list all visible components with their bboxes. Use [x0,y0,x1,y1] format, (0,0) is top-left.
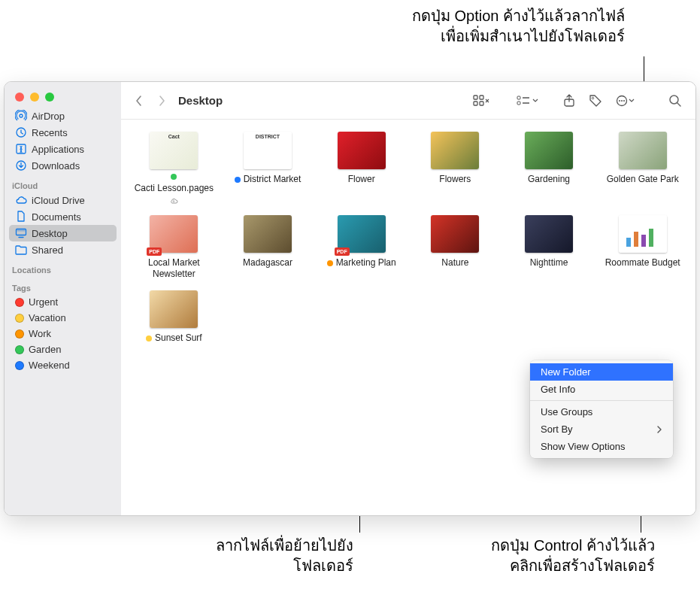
file-thumbnail: DISTRICT [244,132,292,169]
icon-view-button[interactable] [468,92,494,110]
minimize-button[interactable] [30,93,39,102]
context-menu-item-sort-by[interactable]: Sort By [530,420,673,438]
file-tag-dot [146,335,152,342]
tag-dot [15,298,24,307]
context-menu-label: New Folder [541,366,590,378]
share-button[interactable] [559,91,580,111]
svg-point-19 [623,100,625,102]
file-item[interactable]: Golden Gate Park [598,132,686,205]
sidebar-item-label: Garden [29,344,61,355]
callout-top-line2: เพื่อเพิ่มสำเนาไปยังโฟลเดอร์ [412,26,625,47]
file-item[interactable]: Nighttime [505,215,593,280]
sidebar-item-label: Vacation [29,312,66,323]
back-button[interactable] [130,92,148,110]
sidebar-item-icloud-drive[interactable]: iCloud Drive [9,192,117,208]
sidebar-item-garden[interactable]: Garden [9,342,117,357]
doc-icon [15,211,27,223]
sidebar-item-label: Urgent [29,296,58,308]
context-menu-separator [530,400,673,401]
context-menu-item-new-folder[interactable]: New Folder [530,363,673,381]
file-item[interactable]: CactCacti Lesson.pages [130,132,218,205]
content-area[interactable]: CactCacti Lesson.pagesDISTRICTDistrict M… [121,120,695,515]
chevron-right-icon [656,426,662,433]
file-item[interactable]: Roommate Budget [598,215,686,280]
svg-rect-7 [480,96,483,99]
pdf-badge-icon: PDF [147,247,162,256]
file-item[interactable]: DISTRICTDistrict Market [224,132,312,205]
sidebar-item-airdrop[interactable]: AirDrop [9,108,117,124]
pdf-badge-icon: PDF [335,247,350,256]
file-item[interactable]: PDFLocal Market Newsletter [130,215,218,280]
file-label: Flower [348,174,375,185]
file-item[interactable]: Nature [411,215,499,280]
sidebar-item-label: Desktop [32,228,68,239]
shared-icon [15,244,27,256]
downloads-icon [15,159,27,172]
file-label: Marketing Plan [327,257,396,269]
file-item[interactable]: Madagascar [224,215,312,280]
search-button[interactable] [664,91,686,111]
file-name: Flowers [439,174,471,185]
file-label: Nighttime [530,257,568,269]
svg-rect-11 [517,102,520,105]
file-item[interactable]: Gardening [505,132,593,205]
file-name: Sunset Surf [155,332,202,344]
file-name: Cacti Lesson.pages [135,183,214,194]
sidebar-item-desktop[interactable]: Desktop [9,225,117,241]
zoom-button[interactable] [45,93,54,102]
file-tag-dot [235,177,241,183]
file-thumbnail [619,132,667,169]
sidebar-item-urgent[interactable]: Urgent [9,294,117,310]
sidebar-item-label: Weekend [29,360,70,371]
tags-button[interactable] [584,91,607,111]
callout-bl-line1: ลากไฟล์เพื่อย้ายไปยัง [135,536,353,556]
file-name: Nighttime [530,257,568,269]
sidebar-item-vacation[interactable]: Vacation [9,310,117,326]
forward-button[interactable] [153,92,171,110]
svg-rect-6 [474,96,477,99]
close-button[interactable] [15,93,24,102]
file-thumbnail [525,215,573,253]
file-item[interactable]: Sunset Surf [130,290,218,344]
window-controls [5,82,121,108]
file-name: Golden Gate Park [607,174,679,185]
file-thumbnail [150,290,198,328]
apps-icon [15,143,27,155]
thumb-caption: Cact [150,134,198,139]
file-thumbnail [244,215,292,253]
airdrop-icon [15,110,27,122]
file-item[interactable]: Flower [317,132,405,205]
file-thumbnail [431,215,479,253]
file-thumbnail: PDF [338,215,386,253]
file-item[interactable]: PDFMarketing Plan [317,215,405,280]
sidebar-item-weekend[interactable]: Weekend [9,357,117,373]
file-label: Local Market Newsletter [130,257,218,280]
more-button[interactable] [611,92,640,110]
recents-icon [15,126,27,138]
svg-point-15 [592,97,593,99]
file-name: District Market [244,174,302,185]
svg-rect-10 [517,96,520,99]
sidebar-item-work[interactable]: Work [9,326,117,342]
file-item[interactable]: Flowers [411,132,499,205]
sidebar-item-applications[interactable]: Applications [9,141,117,157]
sidebar-item-shared[interactable]: Shared [9,241,117,258]
sidebar-item-documents[interactable]: Documents [9,208,117,225]
group-button[interactable] [512,92,544,110]
svg-rect-8 [474,102,477,105]
sidebar-item-recents[interactable]: Recents [9,124,117,141]
file-thumbnail [431,132,479,169]
sidebar-item-label: Documents [32,211,81,223]
context-menu-item-get-info[interactable]: Get Info [530,381,673,398]
svg-rect-23 [634,232,638,247]
sidebar-section-icloud: iCloud [5,174,121,192]
svg-rect-9 [480,102,483,105]
context-menu-item-use-groups[interactable]: Use Groups [530,403,673,420]
file-label: Golden Gate Park [607,174,679,185]
sidebar-item-downloads[interactable]: Downloads [9,157,117,174]
file-label: Cacti Lesson.pages [130,174,218,205]
window-title: Desktop [178,94,223,107]
file-label: Flowers [439,174,471,185]
callout-br-line1: กดปุ่ม Control ค้างไว้แล้ว [407,536,655,556]
context-menu-item-show-view-options[interactable]: Show View Options [530,438,673,455]
